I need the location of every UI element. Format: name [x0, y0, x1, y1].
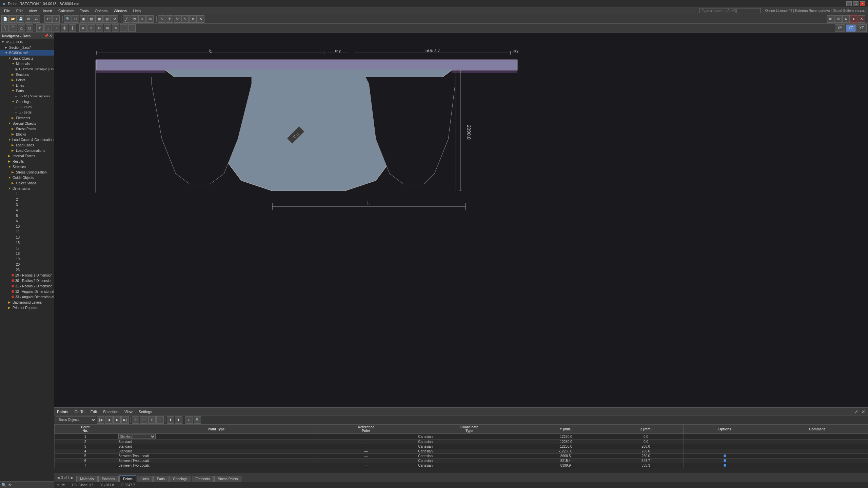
tab-openings[interactable]: Openings: [169, 476, 191, 482]
draw-rect-button[interactable]: ▭: [146, 15, 154, 23]
stop-button[interactable]: ✕: [858, 15, 865, 23]
nav-last-button[interactable]: ▶|: [121, 416, 129, 424]
tree-item-dim11[interactable]: 11: [0, 229, 54, 235]
zoom-button[interactable]: 🔍: [64, 15, 72, 23]
settings-button[interactable]: ⚙: [842, 15, 850, 23]
tree-item-results[interactable]: ▶ Results: [0, 159, 54, 164]
tree-item-parts[interactable]: ▼ Parts: [0, 88, 54, 94]
tree-item-points[interactable]: ▶ Points: [0, 77, 54, 83]
tree-item-materials[interactable]: ▼ Materials: [0, 61, 54, 66]
draw-tool-8[interactable]: ╪: [61, 24, 68, 32]
draw-tool-7[interactable]: Ⅱ: [53, 24, 60, 32]
nav-zoom-icon[interactable]: 🔍: [1, 483, 6, 487]
navigator-tree[interactable]: ▼ RSECTION ▶ Section_2.rsc* ▼ BG8004.rsc…: [0, 39, 54, 481]
tree-item-dim6[interactable]: 6: [0, 218, 54, 224]
menu-help[interactable]: Help: [130, 8, 143, 14]
snap-grid[interactable]: ⊞: [104, 24, 111, 32]
tab-parts[interactable]: Parts: [153, 476, 169, 482]
save-all-button[interactable]: ⊞: [25, 15, 32, 23]
tree-item-lines[interactable]: ▼ Lines: [0, 83, 54, 88]
snap-intersect[interactable]: ✕: [112, 24, 119, 32]
grid-button[interactable]: ⊞: [834, 15, 842, 23]
bottom-table-content[interactable]: PointNo. Point Type ReferencePoint Coord…: [54, 424, 868, 473]
tree-item-guide-objects[interactable]: ▼ Guide Objects: [0, 175, 54, 180]
menu-edit[interactable]: Edit: [14, 8, 25, 14]
tree-item-mat1[interactable]: ◉ 1 - C25/30 | Isotropic | Linear Ela...: [0, 66, 54, 72]
tree-item-dim3[interactable]: 3: [0, 202, 54, 207]
tree-item-dimensions[interactable]: ▼ Dimensions: [0, 186, 54, 191]
tree-item-open-29-36[interactable]: ─ 1 - 29-36: [0, 110, 54, 115]
tree-item-elements[interactable]: ▶ Elements: [0, 115, 54, 121]
bottom-menu-edit[interactable]: Edit: [88, 409, 100, 414]
tree-item-open-21-28[interactable]: ─ 1 - 21-28: [0, 104, 54, 110]
insert-row-button[interactable]: ⊹: [156, 416, 164, 424]
tree-item-rsection[interactable]: ▼ RSECTION: [0, 39, 54, 45]
filter-button[interactable]: ⊟: [185, 416, 193, 424]
tree-item-stress-config[interactable]: ▶ Stress Configuration: [0, 169, 54, 175]
bottom-menu-selection[interactable]: Selection: [100, 409, 121, 414]
close-button[interactable]: ✕: [860, 1, 865, 6]
search-input[interactable]: [699, 8, 761, 13]
tree-item-dim32[interactable]: 32 - Angular Dimension alpha 1: [0, 289, 54, 294]
bottom-menu-settings[interactable]: Settings: [136, 409, 155, 414]
tree-item-dim17[interactable]: 17: [0, 245, 54, 251]
tab-points[interactable]: Points: [119, 475, 136, 482]
table-row[interactable]: 5 Between Two Locati... — Cartesian 8668…: [55, 454, 868, 459]
tab-lines[interactable]: Lines: [137, 476, 153, 482]
draw-tool-2[interactable]: ⌒: [9, 24, 17, 32]
view-xz[interactable]: XZ: [856, 24, 867, 32]
table-row[interactable]: 2 Standard — Cartesian -12250.0 0.0: [55, 440, 868, 444]
tree-item-dim15[interactable]: 15: [0, 240, 54, 245]
bottom-expand-icon[interactable]: ⤢: [854, 409, 858, 414]
draw-tool-3[interactable]: △: [18, 24, 25, 32]
draw-tool-5[interactable]: 〒: [36, 24, 44, 32]
page-back-icon[interactable]: ◀: [57, 476, 60, 480]
draw-arc-button[interactable]: ◔: [131, 15, 138, 23]
tree-item-printout-reports[interactable]: ▶ Printout Reports: [0, 305, 54, 310]
tree-item-dim29[interactable]: 29 - Radius 1 Dimension: [0, 272, 54, 278]
table-row[interactable]: 7 Between Two Locati... — Cartesian 8399…: [55, 463, 868, 468]
tree-item-section2[interactable]: ▶ Section_2.rsc*: [0, 45, 54, 50]
save-button[interactable]: 💾: [17, 15, 24, 23]
tree-item-dim18[interactable]: 18: [0, 251, 54, 256]
tree-item-load-cases[interactable]: ▶ Load Cases: [0, 142, 54, 148]
filter-dropdown[interactable]: Basic Objects: [56, 416, 96, 423]
tree-item-dim30[interactable]: 30 - Radius 2 Dimension: [0, 278, 54, 283]
move-button[interactable]: ✛: [166, 15, 173, 23]
tree-item-dim13[interactable]: 13: [0, 235, 54, 240]
undo-button[interactable]: ↩: [44, 15, 52, 23]
rotate-obj-button[interactable]: ↻: [174, 15, 181, 23]
bottom-menu-goto[interactable]: Go To: [72, 409, 87, 414]
tab-materials[interactable]: Materials: [76, 476, 98, 482]
nav-close-icon[interactable]: ✕: [49, 34, 52, 38]
draw-tool-6[interactable]: ⌶: [44, 24, 52, 32]
view-front-button[interactable]: ▤: [87, 15, 95, 23]
scale-button[interactable]: ⤡: [181, 15, 189, 23]
tree-item-dim2[interactable]: 2: [0, 197, 54, 202]
draw-tool-1[interactable]: ╲: [1, 24, 9, 32]
zoom-extent-button[interactable]: ⊡: [72, 15, 79, 23]
select-button[interactable]: ↖: [158, 15, 165, 23]
tab-elements[interactable]: Elements: [192, 476, 214, 482]
maximize-button[interactable]: □: [853, 1, 859, 6]
tree-item-load-cases-comb[interactable]: ▼ Load Cases & Combinations: [0, 137, 54, 142]
page-forward-icon[interactable]: ▶: [71, 476, 74, 480]
open-button[interactable]: 📂: [9, 15, 17, 23]
canvas-area[interactable]: .section-fill { fill: #6a7a8a; } .sectio…: [54, 33, 868, 407]
table-row[interactable]: 4 Standard — Cartesian -12250.0 260.0: [55, 449, 868, 454]
tree-item-stress-points[interactable]: ▶ Stress Points: [0, 126, 54, 131]
nav-eye-icon[interactable]: 👁: [8, 483, 12, 487]
table-row[interactable]: 3 Standard — Cartesian -12250.0 260.0: [55, 444, 868, 449]
tree-item-background-layers[interactable]: ▶ Background Layers: [0, 300, 54, 305]
draw-line-button[interactable]: ╱: [123, 15, 130, 23]
view-right-button[interactable]: ▧: [103, 15, 111, 23]
menu-options[interactable]: Options: [92, 8, 110, 14]
view-top-button[interactable]: ▦: [95, 15, 103, 23]
tree-item-dim31[interactable]: 31 - Radius 2 Dimension: [0, 283, 54, 289]
view-yz[interactable]: YZ: [846, 24, 856, 32]
snap-midpoint[interactable]: ◇: [87, 24, 95, 32]
tree-item-dim19[interactable]: 19: [0, 256, 54, 262]
print-button[interactable]: 🖨: [33, 15, 40, 23]
copy-row-button[interactable]: ⎘: [148, 416, 156, 424]
view-xy[interactable]: XY: [835, 24, 845, 32]
